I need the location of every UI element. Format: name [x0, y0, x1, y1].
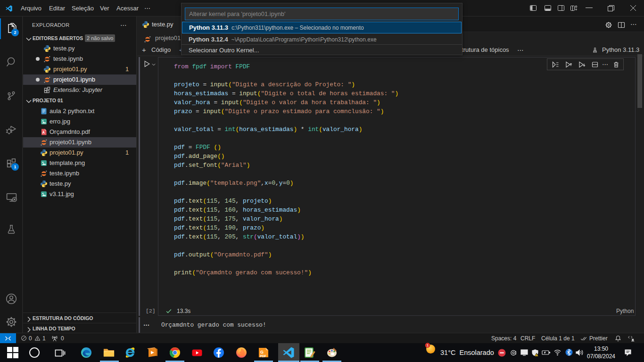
svg-text:G: G	[260, 350, 264, 354]
svg-text:1: 1	[427, 343, 429, 347]
svg-text:PDF: PDF	[260, 354, 266, 358]
